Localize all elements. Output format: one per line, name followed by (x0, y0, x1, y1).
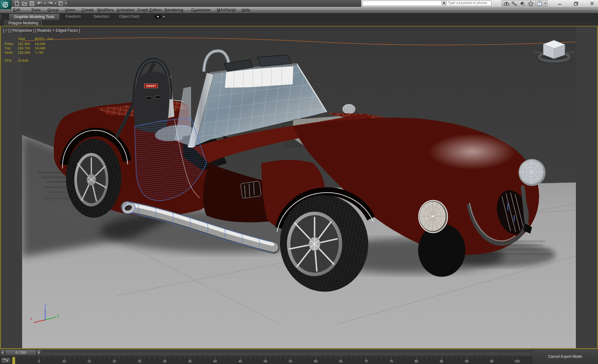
ruler-tick (306, 357, 306, 358)
stats-fps-value: 15.828 (18, 59, 28, 63)
menu-tools[interactable]: Tools (31, 7, 40, 12)
tab-graphite-modeling-tools[interactable]: Graphite Modeling Tools (9, 13, 60, 20)
viewport-border-left (0, 26, 1, 349)
ribbon-minimize-button[interactable] (154, 15, 161, 19)
communication-satellite-icon[interactable] (519, 1, 526, 6)
tab-object-paint[interactable]: Object Paint (115, 13, 144, 20)
ruler-frame-label: 60 (311, 360, 320, 363)
ruler-tick (411, 357, 412, 358)
menu-animation[interactable]: Animation (116, 7, 135, 12)
ruler-tick (250, 357, 251, 358)
ruler-tick (195, 357, 195, 358)
search-binoculars-icon[interactable] (503, 1, 510, 6)
redo-icon[interactable] (47, 1, 53, 7)
menu-graph-editors[interactable]: Graph Editors (137, 7, 162, 12)
favorites-star-icon[interactable] (527, 1, 534, 6)
ruler-tick (39, 357, 39, 359)
ruler-tick (79, 357, 79, 358)
next-frame-button[interactable]: > (37, 350, 41, 356)
ruler-frame-label: 40 (210, 360, 220, 363)
project-folder-icon[interactable] (57, 1, 64, 7)
time-slider-track[interactable] (41, 350, 533, 355)
help-icon[interactable]: ? (536, 1, 543, 6)
help-caret-icon[interactable] (544, 3, 546, 4)
ruler-tick (391, 357, 392, 359)
search-history-button[interactable] (442, 0, 447, 5)
ruler-frame-label: 65 (336, 360, 345, 363)
tab-freeform[interactable]: Freeform (62, 13, 85, 20)
cancel-expert-mode-button[interactable]: Cancel Expert Mode (532, 349, 598, 364)
redo-history-caret-icon[interactable] (55, 3, 56, 4)
project-caret-icon[interactable] (65, 3, 67, 4)
ruler-tick (200, 357, 200, 358)
stats-tris-total: 234,755 (18, 46, 30, 50)
undo-icon[interactable] (36, 1, 43, 7)
application-menu-button[interactable] (0, 0, 11, 9)
undo-history-caret-icon[interactable] (44, 3, 46, 4)
far-front-wheel (418, 224, 465, 277)
menu-maxscript[interactable]: MAXScript (217, 7, 236, 12)
menu-help[interactable]: Help (242, 7, 250, 12)
ruler-tick (442, 357, 442, 359)
menu-group[interactable]: Group (47, 7, 59, 12)
viewport-label[interactable]: [ + ] [ Perspective ] [ Realistic + Edge… (3, 28, 80, 33)
ruler-tick (54, 357, 54, 358)
track-bar: 0510152025303540455055606570758085909510… (0, 357, 598, 364)
mirror-dome (343, 104, 355, 114)
ruler-tick (275, 357, 276, 358)
viewport-border-bottom (0, 348, 598, 349)
menu-edit[interactable]: Edit (13, 7, 20, 12)
time-slider-button[interactable]: 0 / 100 (5, 350, 36, 356)
ribbon-tab-row: Graphite Modeling Tools Freeform Selecti… (0, 13, 598, 20)
ruler-tick (477, 357, 477, 358)
ruler-frame-label: 10 (59, 360, 69, 363)
menu-create[interactable]: Create (82, 7, 94, 12)
save-file-icon[interactable] (29, 1, 35, 7)
ruler-tick (135, 357, 135, 358)
ruler-tick (296, 357, 296, 358)
stats-polys-total: 131,450 (18, 42, 30, 46)
stats-verts-selected: 7,744 (35, 51, 44, 54)
ruler-tick (447, 357, 447, 358)
new-scene-icon[interactable] (14, 1, 20, 7)
ruler-tick (270, 357, 271, 358)
ruler-tick (351, 357, 351, 358)
tab-selection[interactable]: Selection (90, 13, 113, 20)
previous-frame-button[interactable]: < (1, 350, 5, 356)
menu-customize[interactable]: Customize (191, 7, 210, 12)
menu-modifiers[interactable]: Modifiers (97, 7, 114, 12)
ruler-tick (109, 357, 110, 358)
ruler-tick (341, 357, 341, 359)
ribbon-panel-row: Polygon Modeling (0, 20, 598, 26)
search-input[interactable] (447, 0, 489, 5)
axis-y-label: y (57, 313, 59, 317)
ruler-tick (482, 357, 482, 358)
ribbon-options-caret-icon[interactable] (163, 16, 165, 17)
ruler-frame-label: 75 (387, 360, 396, 363)
panel-polygon-modeling[interactable]: Polygon Modeling (4, 20, 42, 26)
minimize-button[interactable] (556, 1, 564, 6)
time-slider-handle[interactable] (12, 357, 15, 364)
ruler-frame-label: 20 (110, 360, 119, 363)
ruler-tick (457, 357, 457, 358)
ruler-tick (235, 357, 235, 358)
ruler-tick (280, 357, 281, 358)
restore-button[interactable] (572, 1, 580, 6)
ruler-tick (59, 357, 59, 358)
close-button[interactable] (588, 1, 596, 6)
key-icon[interactable] (511, 1, 518, 6)
stats-tris-selected: 14,640 (35, 46, 45, 50)
stats-verts-label: Verts: (5, 51, 13, 54)
time-ruler[interactable]: 0510152025303540455055606570758085909510… (11, 357, 533, 364)
menu-rendering[interactable]: Rendering (164, 7, 183, 12)
menu-bar: Edit Tools Group Views Create Modifiers … (0, 7, 598, 13)
ruler-frame-label: 70 (361, 360, 371, 363)
ruler-tick (376, 357, 377, 358)
search-history-arrow-icon (444, 2, 445, 4)
menu-views[interactable]: Views (65, 7, 75, 12)
ruler-tick (396, 357, 396, 358)
perspective-viewport[interactable]: KIRKEY (0, 26, 598, 349)
ruler-tick (220, 357, 221, 358)
open-file-icon[interactable] (21, 1, 28, 7)
ruler-tick (165, 357, 165, 359)
